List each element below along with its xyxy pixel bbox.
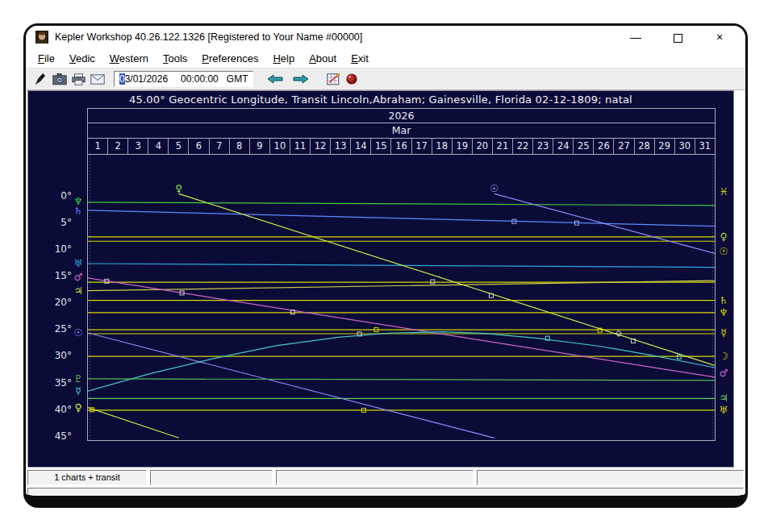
day-cell: 18 — [432, 139, 453, 154]
right-glyph-uranus: ♅ — [716, 404, 731, 417]
menu-item-tools[interactable]: Tools — [156, 50, 194, 67]
right-glyph-jupiter: ♃ — [716, 392, 731, 405]
right-glyph-venus: ♀ — [716, 231, 731, 243]
day-cell: 20 — [473, 139, 493, 154]
y-axis-label: 30° — [41, 350, 72, 361]
right-glyph-mars: ♂ — [716, 367, 731, 380]
day-cell: 5 — [169, 139, 189, 154]
menu-item-vedic[interactable]: Vedic — [62, 50, 102, 67]
maximize-button[interactable] — [660, 26, 695, 48]
email-button[interactable] — [88, 70, 107, 88]
left-arrow-icon — [267, 74, 283, 84]
left-glyph-mercury: ☿ — [71, 384, 86, 397]
day-cell: 1 — [88, 139, 108, 154]
day-cell: 17 — [412, 139, 432, 154]
left-glyph-venus: ♀ — [71, 401, 86, 414]
y-axis-label: 25° — [41, 323, 72, 335]
day-cell: 21 — [493, 139, 513, 154]
day-cell: 10 — [270, 139, 290, 154]
camera-button[interactable] — [50, 70, 69, 88]
right-arrow-icon — [293, 74, 309, 84]
day-cell: 31 — [695, 139, 715, 154]
menu-item-western[interactable]: Western — [102, 50, 156, 67]
y-axis-label: 5° — [41, 217, 72, 228]
day-cell: 13 — [331, 139, 351, 154]
plot-svg: ♀☉ — [88, 155, 715, 440]
status-cell-3 — [276, 470, 474, 485]
right-glyph-column: ♓♀☉♄♆☿☽♂♃♅ — [716, 91, 731, 467]
close-button[interactable]: × — [702, 26, 737, 48]
plot-glyph-venus-ingress: ♀ — [175, 183, 182, 194]
pen-icon — [35, 73, 48, 85]
status-cell-4 — [477, 470, 744, 485]
day-cell: 25 — [574, 139, 594, 154]
menu-item-help[interactable]: Help — [265, 50, 302, 67]
chart-tool-button[interactable] — [324, 70, 343, 88]
left-glyph-pluto: ♇ — [71, 372, 86, 385]
red-sphere-icon — [345, 73, 358, 85]
menu-item-file[interactable]: File — [31, 50, 62, 67]
day-cell: 9 — [250, 139, 270, 154]
step-forward-button[interactable] — [290, 70, 311, 88]
year-row: 2026 — [88, 109, 715, 123]
status-cell-charts: 1 charts + transit — [27, 470, 147, 485]
minimize-button[interactable]: — — [618, 26, 653, 48]
aspect-marker — [431, 280, 435, 284]
aspect-marker — [677, 355, 681, 359]
day-cell: 24 — [553, 139, 574, 154]
chart-area: 45.00° Geocentric Longitude, Transit Lin… — [27, 90, 734, 468]
transit-line-venus — [88, 408, 179, 438]
day-cell: 14 — [351, 139, 371, 154]
y-axis-label: 35° — [41, 377, 72, 389]
print-button[interactable] — [69, 70, 88, 88]
left-glyph-jupiter: ♃ — [71, 285, 86, 297]
day-cell: 2 — [108, 139, 128, 154]
toolbar: 03/01/2026 00:00:00 GMT — [26, 69, 745, 90]
chart-title: 45.00° Geocentric Longitude, Transit Lin… — [28, 94, 733, 106]
y-axis-label: 20° — [41, 297, 72, 308]
transit-line-sun — [494, 193, 715, 253]
y-axis-label: 0° — [41, 190, 72, 202]
printer-icon — [72, 73, 86, 85]
date-text: 3/01/2026 — [125, 73, 168, 85]
date-input[interactable]: 03/01/2026 00:00:00 GMT — [114, 71, 253, 87]
day-cell: 22 — [513, 139, 533, 154]
y-axis-label: 45° — [41, 430, 72, 442]
day-cell: 3 — [128, 139, 148, 154]
menu-item-exit[interactable]: Exit — [344, 50, 376, 67]
transit-line-saturn — [88, 210, 715, 227]
month-row: Mar — [88, 123, 715, 139]
right-glyph-moon: ☽ — [716, 350, 731, 363]
transit-line-mercury — [88, 332, 715, 391]
transit-line-pluto — [88, 379, 715, 380]
day-cell: 26 — [594, 139, 614, 154]
status-strip — [27, 488, 744, 498]
menu-item-about[interactable]: About — [302, 50, 344, 67]
timezone-label: GMT — [227, 73, 248, 85]
sphere-button[interactable] — [343, 70, 361, 88]
day-cell: 27 — [614, 139, 634, 154]
time-display[interactable]: 00:00:00 — [181, 73, 219, 85]
step-back-button[interactable] — [265, 70, 286, 88]
day-cell: 16 — [391, 139, 411, 154]
chart-grid-icon — [327, 73, 340, 85]
day-cell: 15 — [371, 139, 391, 154]
menu-item-preferences[interactable]: Preferences — [194, 50, 265, 67]
right-glyph-pisces: ♓ — [716, 185, 731, 198]
day-cell: 4 — [148, 139, 169, 154]
transit-line-neptune — [88, 202, 715, 206]
menu-bar: FileVedicWesternToolsPreferencesHelpAbou… — [26, 48, 745, 69]
left-glyph-column: ♆♄♅♂♃☉♇☿♀ — [71, 91, 86, 467]
day-cell: 29 — [655, 139, 675, 154]
right-glyph-mercury: ☿ — [716, 326, 731, 339]
app-window: Kepler Workshop 40.26.122.1326 [Register… — [23, 23, 748, 508]
transit-line-sun — [88, 333, 494, 438]
maximize-box-icon — [674, 34, 682, 43]
day-cell: 19 — [453, 139, 473, 154]
window-title: Kepler Workshop 40.26.122.1326 [Register… — [55, 31, 611, 43]
plot-frame: 2026 Mar 1234567891011121314151617181920… — [87, 108, 716, 441]
right-glyph-saturn: ♄ — [716, 294, 731, 307]
draw-button[interactable] — [32, 70, 50, 88]
title-bar: Kepler Workshop 40.26.122.1326 [Register… — [26, 26, 745, 48]
envelope-icon — [90, 74, 105, 85]
